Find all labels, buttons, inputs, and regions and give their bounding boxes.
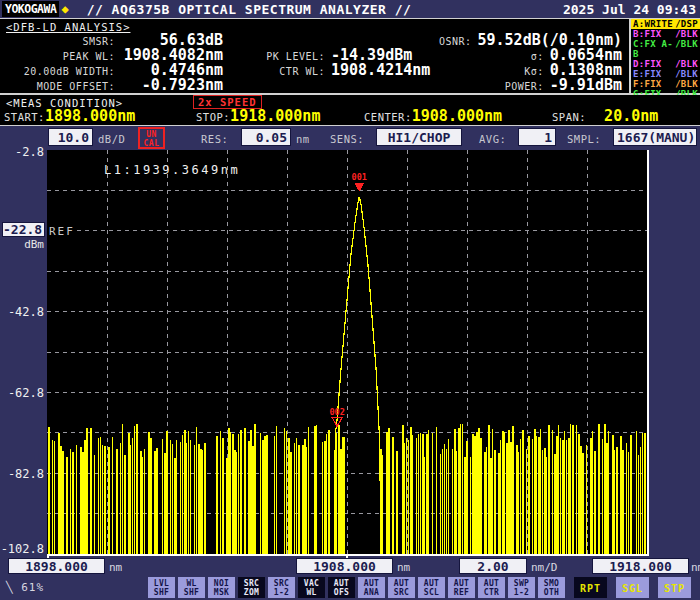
noise-floor-bar bbox=[592, 431, 593, 554]
stop-wavelength-field[interactable]: 1918.000 bbox=[592, 558, 689, 574]
noise-floor-bar bbox=[342, 437, 344, 554]
noise-floor-bar bbox=[182, 435, 183, 554]
softkey-sgl[interactable]: SGL bbox=[616, 577, 649, 598]
trace-mode: /BLK bbox=[675, 69, 698, 79]
noise-floor-bar bbox=[130, 445, 131, 554]
softkey-swp-1-2[interactable]: SWP 1-2 bbox=[508, 577, 535, 598]
meas-field-value: 1908.000nm bbox=[412, 108, 502, 124]
softkey-vac-wl[interactable]: VAC WL bbox=[298, 577, 325, 598]
noise-floor-bar bbox=[506, 443, 508, 555]
noise-floor-bar bbox=[464, 457, 466, 554]
sampling-field[interactable]: 1667(MANU) bbox=[613, 128, 697, 146]
noise-floor-bar bbox=[266, 435, 268, 554]
noise-floor-bar bbox=[402, 425, 404, 554]
softkey-noi-msk[interactable]: NOI MSK bbox=[208, 577, 235, 598]
noise-floor-bar bbox=[294, 443, 295, 554]
softkey-aut-scl[interactable]: AUT SCL bbox=[418, 577, 445, 598]
start-wavelength-field[interactable]: 1898.000 bbox=[8, 558, 105, 574]
noise-floor-bar bbox=[424, 457, 425, 554]
sensitivity-field[interactable]: HI1/CHOP bbox=[376, 128, 462, 146]
scale-per-div-field[interactable]: 2.00 bbox=[459, 558, 527, 574]
meas-field-label: CENTER: bbox=[364, 111, 412, 123]
trace-row-b[interactable]: B:FIX/BLK bbox=[631, 29, 700, 39]
softkey-aut-src[interactable]: AUT SRC bbox=[388, 577, 415, 598]
softkey-wl-shf[interactable]: WL SHF bbox=[178, 577, 205, 598]
noise-floor-bar bbox=[542, 450, 543, 554]
noise-floor-bar bbox=[608, 431, 609, 554]
noise-floor-bar bbox=[322, 442, 323, 554]
trace-mode: /BLK bbox=[675, 79, 698, 89]
noise-floor-bar bbox=[314, 426, 316, 554]
noise-floor-bar bbox=[548, 425, 550, 555]
noise-floor-bar bbox=[170, 440, 171, 554]
noise-floor-bar bbox=[568, 438, 570, 554]
ref-level-field[interactable]: -22.8 bbox=[2, 222, 45, 237]
softkey-aut-ref[interactable]: AUT REF bbox=[448, 577, 475, 598]
softkey-lvl-shf[interactable]: LVL SHF bbox=[148, 577, 175, 598]
trace-row-c[interactable]: C:FX A-B/BLK bbox=[631, 39, 700, 59]
noise-floor-bar bbox=[112, 437, 113, 554]
noise-floor-bar bbox=[488, 425, 490, 554]
center-wavelength-field[interactable]: 1908.000 bbox=[296, 558, 393, 574]
noise-floor-bar bbox=[428, 430, 429, 554]
trace-mode: /BLK bbox=[675, 29, 698, 39]
trace-row-f[interactable]: F:FIX/BLK bbox=[631, 79, 700, 89]
noise-floor-bar bbox=[554, 454, 556, 554]
noise-floor-bar bbox=[144, 449, 145, 554]
softkey-src-zom[interactable]: SRC ZOM bbox=[238, 577, 265, 598]
softkey-src-1-2[interactable]: SRC 1-2 bbox=[268, 577, 295, 598]
noise-floor-bar bbox=[284, 428, 285, 554]
noise-floor-bar bbox=[222, 438, 224, 554]
noise-floor-bar bbox=[188, 431, 189, 554]
display-scale-indicator: ╲ 61% bbox=[6, 581, 44, 594]
noise-floor-bar bbox=[164, 453, 166, 554]
noise-floor-bar bbox=[562, 440, 564, 555]
average-field[interactable]: 1 bbox=[518, 128, 556, 146]
noise-floor-bar bbox=[462, 424, 463, 554]
noise-floor-bar bbox=[612, 435, 614, 554]
resolution-field[interactable]: 0.05 bbox=[241, 128, 291, 146]
noise-floor-bar bbox=[404, 443, 405, 554]
meas-field-value: 1918.000nm bbox=[230, 108, 320, 124]
noise-floor-bar bbox=[498, 453, 500, 554]
analysis-results: SMSR:56.63dBOSNR:59.52dB(/0.10nm)PEAK WL… bbox=[0, 33, 625, 93]
level-scale-field[interactable]: 10.0 bbox=[48, 128, 93, 146]
noise-floor-bar bbox=[420, 433, 421, 554]
softkey-aut-ofs[interactable]: AUT OFS bbox=[328, 577, 355, 598]
noise-floor-bar bbox=[128, 433, 130, 554]
noise-floor-bar bbox=[416, 438, 417, 554]
softkey-aut-ctr[interactable]: AUT CTR bbox=[478, 577, 505, 598]
noise-floor-bar bbox=[194, 445, 195, 554]
meas-field: SPAN:20.0nm bbox=[552, 108, 658, 124]
trace-row-d[interactable]: D:FIX/BLK bbox=[631, 59, 700, 69]
noise-floor-bar bbox=[306, 447, 307, 554]
meas-field-label: SPAN: bbox=[552, 111, 586, 123]
softkey-smo-oth[interactable]: SMO OTH bbox=[538, 577, 565, 598]
meas-field-label: STOP: bbox=[196, 111, 230, 123]
softkey-aut-ana[interactable]: AUT ANA bbox=[358, 577, 385, 598]
noise-floor-bar bbox=[220, 431, 221, 554]
trace-mode: /BLK bbox=[675, 59, 698, 69]
noise-floor-bar bbox=[260, 433, 261, 554]
noise-floor-bar bbox=[406, 438, 407, 554]
softkey-bar: ╲ 61% LVL SHFWL SHFNOI MSKSRC ZOMSRC 1-2… bbox=[0, 577, 700, 600]
noise-floor-bar bbox=[60, 446, 62, 554]
noise-floor-bar bbox=[436, 427, 437, 554]
softkey-stp[interactable]: STP bbox=[658, 577, 691, 598]
noise-floor-bar bbox=[422, 434, 424, 554]
analysis-label: OSNR: bbox=[439, 36, 472, 47]
noise-floor-bar bbox=[564, 431, 565, 554]
noise-floor-bar bbox=[630, 435, 632, 555]
noise-floor-bar bbox=[324, 441, 326, 554]
brand-diamond-icon: ◆ bbox=[61, 2, 68, 16]
trace-row-a[interactable]: A:WRITE/DSP bbox=[631, 19, 700, 29]
trace-row-e[interactable]: E:FIX/BLK bbox=[631, 69, 700, 79]
noise-floor-bar bbox=[176, 440, 177, 554]
softkey-rpt[interactable]: RPT bbox=[574, 577, 607, 598]
noise-floor-bar bbox=[70, 449, 71, 554]
noise-floor-bar bbox=[386, 432, 388, 554]
noise-floor-bar bbox=[252, 446, 254, 554]
noise-floor-bar bbox=[480, 438, 482, 554]
noise-floor-bar bbox=[440, 454, 441, 554]
y-axis-tick-label: -62.8 bbox=[0, 386, 44, 400]
